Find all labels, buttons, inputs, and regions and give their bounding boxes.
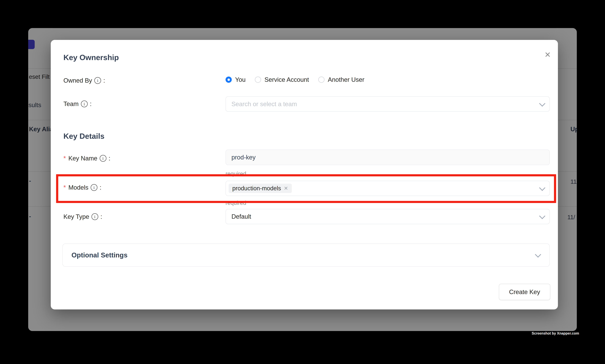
owned-by-label: Owned By i : xyxy=(64,76,105,85)
annotation-highlight-rectangle xyxy=(56,174,556,203)
team-select-placeholder: Search or select a team xyxy=(232,101,540,108)
key-type-value: Default xyxy=(232,213,540,220)
radio-selected-icon[interactable] xyxy=(226,77,232,83)
optional-settings-title: Optional Settings xyxy=(71,251,535,259)
key-name-value: prod-key xyxy=(232,154,544,161)
info-icon: i xyxy=(81,101,88,107)
info-icon: i xyxy=(94,77,101,84)
watermark: Screenshot by Xnapper.com xyxy=(532,331,579,335)
owned-by-radio-group: You Service Account Another User xyxy=(226,75,364,84)
close-icon[interactable]: ✕ xyxy=(543,50,552,59)
chevron-down-icon xyxy=(539,100,545,107)
key-type-select[interactable]: Default xyxy=(226,209,550,224)
chevron-down-icon xyxy=(539,213,545,219)
required-asterisk: * xyxy=(64,155,66,162)
radio-owned-by-you[interactable]: You xyxy=(226,76,245,83)
key-name-input[interactable]: prod-key xyxy=(226,150,550,165)
key-name-label: * Key Name i : xyxy=(64,154,110,163)
chevron-down-icon xyxy=(535,251,541,258)
key-details-title: Key Details xyxy=(64,132,104,140)
key-type-label: Key Type i : xyxy=(64,212,102,221)
radio-owned-by-another-user[interactable]: Another User xyxy=(318,76,364,83)
key-ownership-title: Key Ownership xyxy=(64,53,119,62)
radio-owned-by-service-account[interactable]: Service Account xyxy=(255,76,309,83)
create-key-button[interactable]: Create Key xyxy=(499,284,550,300)
info-icon: i xyxy=(91,213,98,220)
optional-settings-toggle[interactable]: Optional Settings xyxy=(63,244,550,267)
team-select[interactable]: Search or select a team xyxy=(226,96,550,112)
radio-unselected-icon[interactable] xyxy=(255,77,261,83)
info-icon: i xyxy=(100,155,106,162)
team-label: Team i : xyxy=(64,100,92,108)
radio-unselected-icon[interactable] xyxy=(318,77,324,83)
